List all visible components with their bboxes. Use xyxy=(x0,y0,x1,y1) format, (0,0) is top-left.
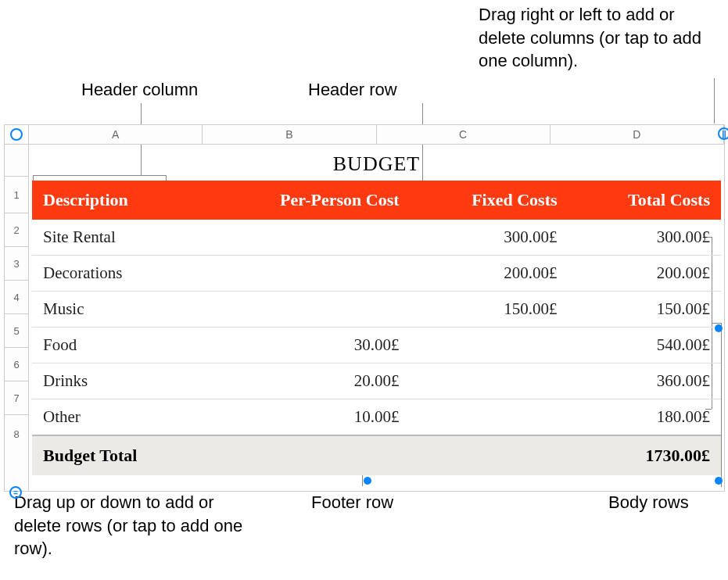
cell-total[interactable]: 360.00£ xyxy=(568,363,721,399)
th-per-person[interactable]: Per-Person Cost xyxy=(203,181,410,220)
row-header-2[interactable]: 2 xyxy=(5,213,28,247)
cell-fixed[interactable] xyxy=(411,328,568,363)
column-header-c[interactable]: C xyxy=(377,125,550,144)
footer-label[interactable]: Budget Total xyxy=(32,435,203,475)
cell-total[interactable]: 200.00£ xyxy=(568,256,721,292)
table-row[interactable]: Site Rental 300.00£ 300.00£ xyxy=(32,220,721,256)
table-row[interactable]: Drinks 20.00£ 360.00£ xyxy=(32,363,721,399)
cell-pp[interactable] xyxy=(203,220,410,256)
selection-handle-icon[interactable] xyxy=(715,477,723,485)
th-total[interactable]: Total Costs xyxy=(568,181,721,220)
add-rows-icon: = xyxy=(13,489,18,497)
callout-leader xyxy=(714,78,715,124)
callout-header-row: Header row xyxy=(308,78,397,102)
cell-desc[interactable]: Decorations xyxy=(32,256,203,292)
footer-row[interactable]: Budget Total 1730.00£ xyxy=(32,435,721,475)
table-row[interactable]: Music 150.00£ 150.00£ xyxy=(32,292,721,328)
callout-add-columns: Drag right or left to add or delete colu… xyxy=(479,3,721,73)
add-columns-icon: || xyxy=(722,130,726,138)
cell-total[interactable]: 180.00£ xyxy=(568,399,721,436)
callout-add-rows: Drag up or down to add or delete rows (o… xyxy=(14,491,249,560)
row-header-8[interactable]: 8 xyxy=(5,415,28,453)
callout-footer-row: Footer row xyxy=(311,491,393,514)
cell-pp[interactable] xyxy=(203,292,410,328)
cell-total[interactable]: 540.00£ xyxy=(568,328,721,363)
th-fixed[interactable]: Fixed Costs xyxy=(411,181,568,220)
cell-pp[interactable]: 30.00£ xyxy=(203,328,410,363)
column-header-b[interactable]: B xyxy=(203,125,376,144)
table-title: BUDGET xyxy=(29,152,724,176)
column-header-d[interactable]: D xyxy=(550,125,724,144)
row-header-5[interactable]: 5 xyxy=(5,314,28,348)
row-header-7[interactable]: 7 xyxy=(5,381,28,415)
footer-value[interactable]: 1730.00£ xyxy=(568,435,721,475)
cell-desc[interactable]: Site Rental xyxy=(32,220,203,256)
cell-fixed[interactable]: 150.00£ xyxy=(411,292,568,328)
footer-empty[interactable] xyxy=(411,435,568,475)
row-header-spacer xyxy=(5,145,28,177)
cell-fixed[interactable]: 200.00£ xyxy=(411,256,568,292)
cell-desc[interactable]: Drinks xyxy=(32,363,203,399)
row-header-bar: 1 2 3 4 5 6 7 8 xyxy=(5,145,29,491)
selection-handle-icon[interactable] xyxy=(715,324,723,332)
cell-fixed[interactable] xyxy=(411,399,568,436)
cell-desc[interactable]: Other xyxy=(32,399,203,436)
cell-desc[interactable]: Food xyxy=(32,328,203,363)
callout-body-rows: Body rows xyxy=(608,491,689,514)
spreadsheet-frame: A B C D || 1 2 3 4 5 6 7 8 BUDGET xyxy=(4,124,725,492)
cell-pp[interactable]: 20.00£ xyxy=(203,363,410,399)
cell-total[interactable]: 300.00£ xyxy=(568,220,721,256)
cell-pp[interactable]: 10.00£ xyxy=(203,399,410,436)
table-corner[interactable] xyxy=(5,125,29,144)
th-description[interactable]: Description xyxy=(32,181,203,220)
table-row[interactable]: Other 10.00£ 180.00£ xyxy=(32,399,721,436)
callout-header-column: Header column xyxy=(81,78,198,102)
row-header-3[interactable]: 3 xyxy=(5,247,28,281)
row-header-1[interactable]: 1 xyxy=(5,177,28,213)
row-header-4[interactable]: 4 xyxy=(5,281,28,314)
table-row[interactable]: Food 30.00£ 540.00£ xyxy=(32,328,721,363)
cell-total[interactable]: 150.00£ xyxy=(568,292,721,328)
row-header-6[interactable]: 6 xyxy=(5,348,28,381)
column-header-a[interactable]: A xyxy=(29,125,203,144)
body-rows: Site Rental 300.00£ 300.00£ Decorations … xyxy=(32,220,721,435)
column-header-bar: A B C D || xyxy=(5,125,724,145)
cell-pp[interactable] xyxy=(203,256,410,292)
cell-desc[interactable]: Music xyxy=(32,292,203,328)
footer-empty[interactable] xyxy=(203,435,410,475)
add-columns-handle[interactable]: || xyxy=(718,127,728,140)
cell-fixed[interactable]: 300.00£ xyxy=(411,220,568,256)
cell-fixed[interactable] xyxy=(411,363,568,399)
table-row[interactable]: Decorations 200.00£ 200.00£ xyxy=(32,256,721,292)
select-all-handle-icon xyxy=(10,128,23,141)
budget-table: Description Per-Person Cost Fixed Costs … xyxy=(32,181,721,475)
table-area[interactable]: BUDGET Description Per-Person Cost Fixed… xyxy=(29,145,724,491)
add-rows-handle[interactable]: = xyxy=(9,486,22,499)
selection-handle-icon[interactable] xyxy=(364,477,371,485)
header-row[interactable]: Description Per-Person Cost Fixed Costs … xyxy=(32,181,721,220)
